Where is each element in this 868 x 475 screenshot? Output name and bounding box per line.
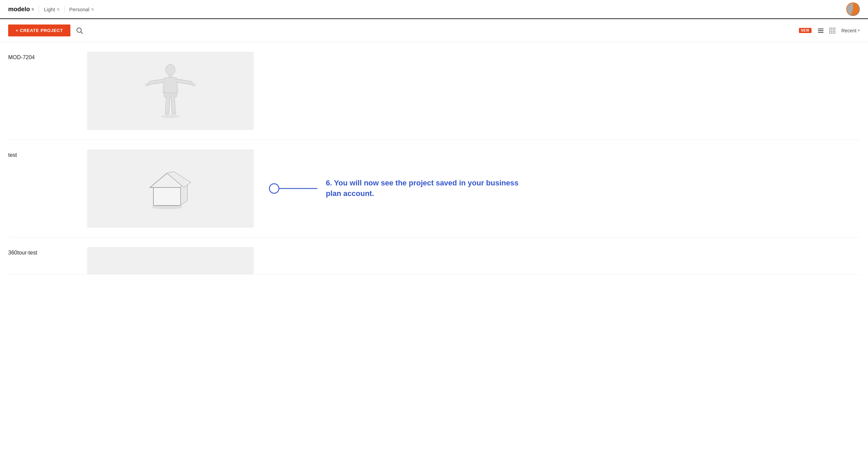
search-button[interactable] xyxy=(76,27,83,34)
project-name: MOD-7204 xyxy=(8,52,76,61)
house-container xyxy=(87,149,254,228)
top-nav: modelo ⇅ Light ⇅ Personal ⇅ xyxy=(0,0,868,19)
svg-point-13 xyxy=(165,112,169,115)
project-thumbnail[interactable] xyxy=(87,52,254,130)
annotation-connector xyxy=(265,149,860,228)
project-thumbnail[interactable] xyxy=(87,149,254,228)
project-name: 360tour-test xyxy=(8,247,76,256)
view-toggle xyxy=(816,26,837,36)
search-icon xyxy=(76,27,83,34)
sort-label: Recent xyxy=(841,28,856,33)
svg-point-0 xyxy=(77,28,81,32)
project-item: MOD-7204 xyxy=(8,42,860,140)
project-thumbnail[interactable] xyxy=(87,247,254,274)
svg-line-1 xyxy=(81,32,83,34)
svg-point-18 xyxy=(269,184,279,193)
theme-label: Light xyxy=(44,6,55,12)
brand-name: modelo xyxy=(8,6,30,13)
toolbar: + CREATE PROJECT NEW xyxy=(0,19,868,42)
theme-chevron-icon: ⇅ xyxy=(57,7,60,11)
nav-divider-1 xyxy=(39,6,39,13)
annotation-area: 6. You will now see the project saved in… xyxy=(265,149,860,228)
svg-point-11 xyxy=(145,83,149,86)
brand-chevron-icon: ⇅ xyxy=(31,7,34,11)
project-name: test xyxy=(8,149,76,158)
svg-point-15 xyxy=(161,115,180,118)
svg-point-14 xyxy=(171,112,176,115)
list-icon xyxy=(817,27,824,34)
svg-rect-8 xyxy=(833,31,835,33)
theme-dropdown[interactable]: Light ⇅ xyxy=(44,6,60,12)
workspace-label: Personal xyxy=(69,6,89,12)
workspace-dropdown[interactable]: Personal ⇅ xyxy=(69,6,94,12)
sort-chevron-icon: ▾ xyxy=(858,28,860,33)
house-svg xyxy=(147,166,194,211)
svg-rect-6 xyxy=(833,28,835,30)
grid-view-button[interactable] xyxy=(827,26,837,36)
avatar[interactable] xyxy=(846,2,860,16)
svg-rect-5 xyxy=(830,28,832,30)
create-project-button[interactable]: + CREATE PROJECT xyxy=(8,24,70,36)
figure-container xyxy=(87,52,254,130)
svg-point-9 xyxy=(166,64,175,75)
nav-divider-2 xyxy=(64,6,65,13)
create-project-label: + CREATE PROJECT xyxy=(16,28,63,33)
sort-dropdown[interactable]: Recent ▾ xyxy=(841,28,860,33)
list-view-button[interactable] xyxy=(816,26,826,36)
brand-logo[interactable]: modelo ⇅ xyxy=(8,6,34,13)
svg-rect-7 xyxy=(830,31,832,33)
workspace-chevron-icon: ⇅ xyxy=(91,7,94,11)
svg-rect-16 xyxy=(153,187,181,206)
svg-point-17 xyxy=(151,205,183,209)
grid-icon xyxy=(829,27,836,34)
figure-svg xyxy=(136,57,204,125)
new-badge: NEW xyxy=(799,28,812,33)
project-item: test xyxy=(8,140,860,238)
svg-point-12 xyxy=(191,83,196,86)
toolbar-right: NEW Recent ▾ xyxy=(799,26,860,36)
avatar-image xyxy=(847,3,859,15)
project-item: 360tour-test xyxy=(8,238,860,275)
project-list: MOD-7204 xyxy=(0,42,868,275)
